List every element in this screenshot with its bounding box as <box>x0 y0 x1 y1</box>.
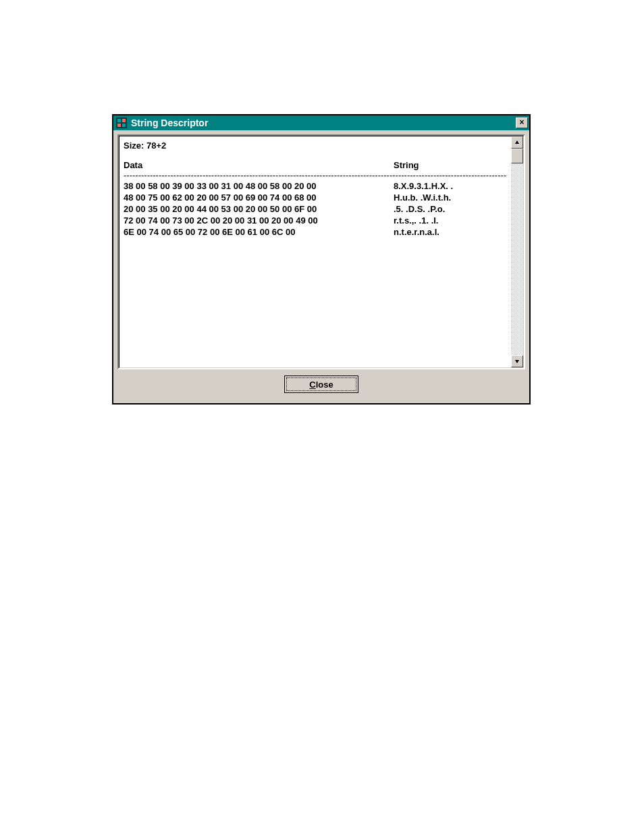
scroll-thumb[interactable] <box>511 149 523 163</box>
chevron-up-icon <box>514 140 520 145</box>
ascii-cell: n.t.e.r.n.a.l. <box>394 226 507 238</box>
vertical-scrollbar[interactable] <box>511 136 523 367</box>
svg-marker-0 <box>515 140 519 144</box>
app-icon <box>116 118 127 128</box>
ascii-cell: H.u.b. .W.i.t.h. <box>394 192 507 203</box>
scroll-down-button[interactable] <box>511 355 523 367</box>
chevron-down-icon <box>514 359 520 364</box>
button-row: Close <box>117 369 525 399</box>
data-row: 6E 00 74 00 65 00 72 00 6E 00 61 00 6C 0… <box>124 226 507 238</box>
window-title: String Descriptor <box>131 118 516 128</box>
data-row: 48 00 75 00 62 00 20 00 57 00 69 00 74 0… <box>124 192 507 203</box>
divider-line: ----------------------------------------… <box>124 170 507 180</box>
hex-cell: 20 00 35 00 20 00 44 00 53 00 20 00 50 0… <box>124 203 394 215</box>
scroll-track[interactable] <box>511 149 523 355</box>
close-icon[interactable]: × <box>516 118 528 128</box>
close-button[interactable]: Close <box>284 375 358 393</box>
close-button-mnemonic: C <box>309 380 315 390</box>
hex-cell: 72 00 74 00 73 00 2C 00 20 00 31 00 20 0… <box>124 215 394 226</box>
hex-cell: 48 00 75 00 62 00 20 00 57 00 69 00 74 0… <box>124 192 394 203</box>
size-line: Size: 78+2 <box>124 140 507 151</box>
close-button-label: lose <box>316 380 333 390</box>
data-header: Data <box>124 160 394 170</box>
client-area: Size: 78+2 Data String -----------------… <box>113 130 529 403</box>
data-row: 20 00 35 00 20 00 44 00 53 00 20 00 50 0… <box>124 203 507 215</box>
data-row: 72 00 74 00 73 00 2C 00 20 00 31 00 20 0… <box>124 215 507 226</box>
data-row: 38 00 58 00 39 00 33 00 31 00 48 00 58 0… <box>124 180 507 192</box>
descriptor-text: Size: 78+2 Data String -----------------… <box>119 136 511 367</box>
content-frame: Size: 78+2 Data String -----------------… <box>117 134 525 369</box>
string-descriptor-dialog: String Descriptor × Size: 78+2 Data Stri… <box>112 114 531 405</box>
string-header: String <box>394 160 507 170</box>
hex-cell: 38 00 58 00 39 00 33 00 31 00 48 00 58 0… <box>124 180 394 192</box>
titlebar[interactable]: String Descriptor × <box>113 115 529 130</box>
hex-cell: 6E 00 74 00 65 00 72 00 6E 00 61 00 6C 0… <box>124 226 394 238</box>
ascii-cell: .5. .D.S. .P.o. <box>394 203 507 215</box>
ascii-cell: r.t.s.,. .1. .I. <box>394 215 507 226</box>
svg-marker-1 <box>515 360 519 363</box>
scroll-up-button[interactable] <box>511 136 523 149</box>
ascii-cell: 8.X.9.3.1.H.X. . <box>394 180 507 192</box>
